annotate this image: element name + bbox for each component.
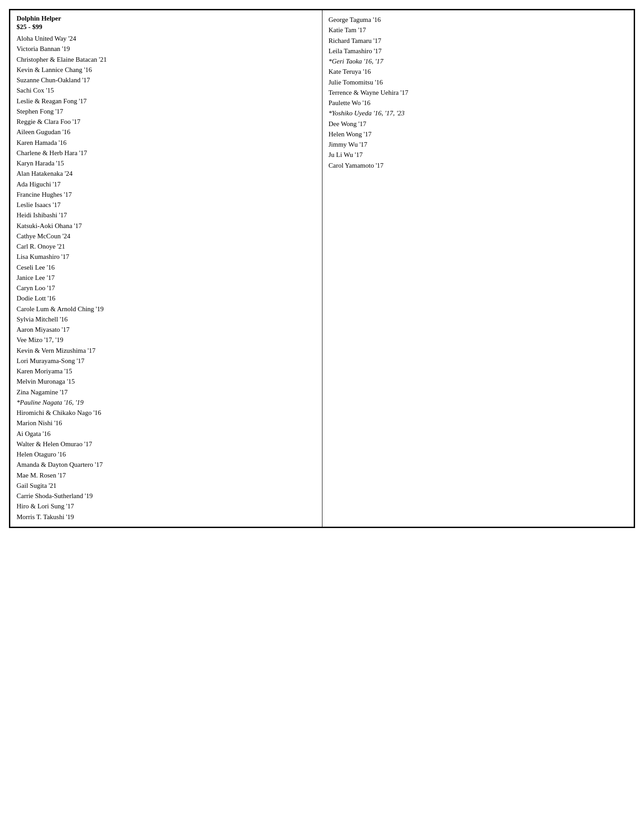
left-column: Dolphin Helper $25 - $99 Aloha United Wa… [10, 10, 322, 527]
list-item: Carl R. Onoye '21 [17, 241, 316, 252]
right-column: George Taguma '16Katie Tam '17Richard Ta… [322, 10, 634, 527]
list-item: Ai Ogata '16 [17, 429, 316, 439]
list-item: Sylvia Mitchell '16 [17, 314, 316, 325]
list-item: Katsuki-Aoki Ohana '17 [17, 221, 316, 231]
list-item: Carrie Shoda-Sutherland '19 [17, 491, 316, 501]
list-item: Carol Yamamoto '17 [329, 161, 628, 171]
list-item: Helen Wong '17 [329, 129, 628, 140]
list-item: Leila Tamashiro '17 [329, 46, 628, 56]
list-item: Aaron Miyasato '17 [17, 325, 316, 335]
list-item: Mae M. Rosen '17 [17, 470, 316, 481]
list-item: Ceseli Lee '16 [17, 262, 316, 273]
list-item: Victoria Bannan '19 [17, 44, 316, 54]
list-item: Zina Nagamine '17 [17, 387, 316, 397]
list-item: Karyn Harada '15 [17, 158, 316, 169]
list-item: Hiromichi & Chikako Nago '16 [17, 408, 316, 418]
list-item: Hiro & Lori Sung '17 [17, 501, 316, 512]
donor-table: Dolphin Helper $25 - $99 Aloha United Wa… [10, 10, 634, 527]
list-item: Richard Tamaru '17 [329, 36, 628, 46]
list-item: Heidi Ishibashi '17 [17, 210, 316, 220]
list-item: Reggie & Clara Foo '17 [17, 117, 316, 127]
list-item: Francine Hughes '17 [17, 190, 316, 200]
section-header: Dolphin Helper [17, 15, 316, 22]
list-item: Karen Hamada '16 [17, 138, 316, 148]
list-item: Marion Nishi '16 [17, 418, 316, 428]
left-entries-container: Aloha United Way '24Victoria Bannan '19C… [17, 34, 316, 522]
list-item: Dee Wong '17 [329, 119, 628, 129]
list-item: Kevin & Vern Mizushima '17 [17, 346, 316, 356]
list-item: Cathye McCoun '24 [17, 231, 316, 241]
list-item: Charlene & Herb Hara '17 [17, 148, 316, 158]
list-item: Lori Murayama-Song '17 [17, 356, 316, 366]
list-item: *Geri Taoka '16, '17 [329, 56, 628, 67]
list-item: Paulette Wo '16 [329, 98, 628, 108]
list-item: Stephen Fong '17 [17, 106, 316, 117]
list-item: Jimmy Wu '17 [329, 140, 628, 150]
right-entries-container: George Taguma '16Katie Tam '17Richard Ta… [329, 15, 628, 171]
list-item: Morris T. Takushi '19 [17, 512, 316, 522]
donor-table-container: Dolphin Helper $25 - $99 Aloha United Wa… [9, 9, 635, 528]
list-item: Ada Higuchi '17 [17, 179, 316, 190]
list-item: Terrence & Wayne Uehira '17 [329, 88, 628, 98]
list-item: Vee Mizo '17, '19 [17, 335, 316, 345]
list-item: George Taguma '16 [329, 15, 628, 25]
list-item: Karen Moriyama '15 [17, 366, 316, 376]
price-range: $25 - $99 [17, 23, 316, 31]
list-item: Amanda & Dayton Quartero '17 [17, 460, 316, 470]
list-item: Ju Li Wu '17 [329, 150, 628, 160]
list-item: *Pauline Nagata '16, '19 [17, 397, 316, 408]
list-item: Caryn Loo '17 [17, 283, 316, 293]
list-item: Sachi Cox '15 [17, 85, 316, 96]
list-item: Aileen Gugudan '16 [17, 127, 316, 137]
list-item: Aloha United Way '24 [17, 34, 316, 44]
list-item: Katie Tam '17 [329, 25, 628, 35]
list-item: Dodie Lott '16 [17, 293, 316, 304]
list-item: Carole Lum & Arnold Ching '19 [17, 304, 316, 314]
list-item: Julie Tomomitsu '16 [329, 77, 628, 88]
list-item: Leslie Isaacs '17 [17, 200, 316, 210]
list-item: Walter & Helen Omurao '17 [17, 439, 316, 449]
list-item: Helen Otaguro '16 [17, 449, 316, 460]
list-item: Alan Hatakenaka '24 [17, 169, 316, 179]
list-item: Gail Sugita '21 [17, 481, 316, 491]
list-item: Christopher & Elaine Batacan '21 [17, 55, 316, 65]
list-item: Leslie & Reagan Fong '17 [17, 96, 316, 106]
list-item: *Yoshiko Uyeda '16, '17, '23 [329, 108, 628, 118]
list-item: Kate Teruya '16 [329, 67, 628, 77]
list-item: Janice Lee '17 [17, 273, 316, 283]
page: Dolphin Helper $25 - $99 Aloha United Wa… [0, 0, 644, 837]
list-item: Lisa Kumashiro '17 [17, 252, 316, 262]
list-item: Kevin & Lannice Chang '16 [17, 65, 316, 75]
list-item: Suzanne Chun-Oakland '17 [17, 75, 316, 85]
list-item: Melvin Muronaga '15 [17, 376, 316, 387]
